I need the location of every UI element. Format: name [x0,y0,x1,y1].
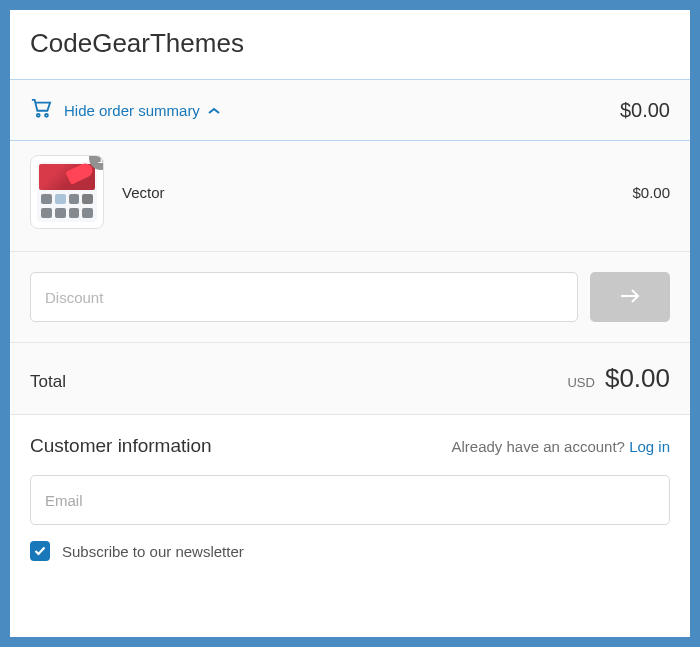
customer-header: Customer information Already have an acc… [30,435,670,457]
order-summary-subtotal: $0.00 [620,99,670,122]
chevron-up-icon [208,101,220,119]
discount-section [10,252,690,343]
discount-input[interactable] [30,272,578,322]
arrow-right-icon [619,287,641,308]
cart-item: 1 Vector $0.00 [30,155,670,229]
order-summary-toggle[interactable]: Hide order summary $0.00 [10,80,690,140]
cart-items: 1 Vector $0.00 [10,141,690,252]
order-summary-toggle-label: Hide order summary [64,102,200,119]
subscribe-label: Subscribe to our newsletter [62,543,244,560]
subscribe-checkbox[interactable] [30,541,50,561]
cart-icon [30,98,52,122]
total-label: Total [30,372,66,392]
subscribe-row: Subscribe to our newsletter [30,541,670,561]
product-price: $0.00 [632,184,670,201]
apply-discount-button[interactable] [590,272,670,322]
total-currency: USD [567,375,594,390]
total-value: $0.00 [605,363,670,394]
product-name: Vector [122,184,165,201]
login-link[interactable]: Log in [629,438,670,455]
svg-point-1 [45,114,48,117]
svg-point-0 [37,114,40,117]
total-section: Total USD $0.00 [10,343,690,415]
store-title: CodeGearThemes [30,28,670,59]
email-field[interactable] [30,475,670,525]
order-summary-section: Hide order summary $0.00 [10,80,690,141]
customer-heading: Customer information [30,435,212,457]
product-thumbnail: 1 [30,155,104,229]
customer-section: Customer information Already have an acc… [10,415,690,561]
already-text: Already have an account? [452,438,630,455]
store-header: CodeGearThemes [10,10,690,80]
already-have-account: Already have an account? Log in [452,438,671,455]
checkout-frame: CodeGearThemes Hide order summary $0.00 [0,0,700,647]
